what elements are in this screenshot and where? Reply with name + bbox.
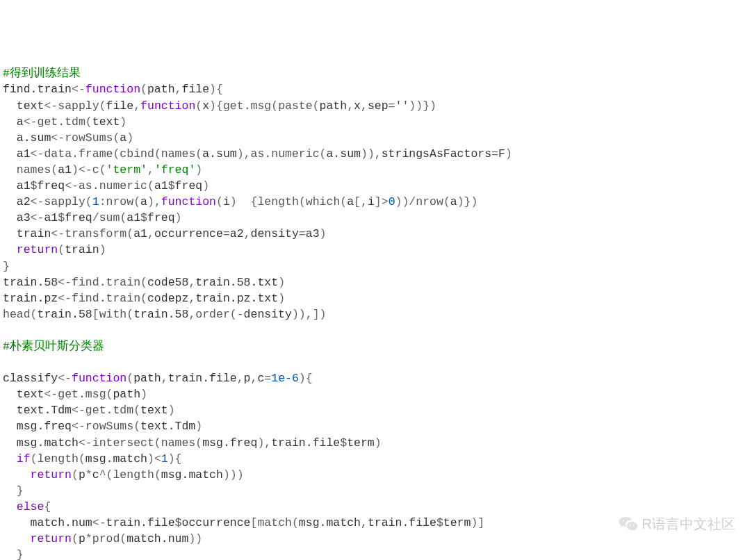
watermark: R语言中文社区 [619, 514, 735, 534]
keyword-return: return [17, 243, 58, 256]
keyword-else: else [17, 500, 44, 513]
comment: #朴素贝叶斯分类器 [3, 340, 104, 353]
identifier: find.train [3, 83, 72, 96]
keyword-return: return [31, 468, 72, 481]
keyword-function: function [72, 372, 126, 385]
keyword-if: if [17, 452, 31, 466]
keyword-function: function [85, 83, 140, 96]
keyword-return: return [31, 532, 72, 545]
watermark-text: R语言中文社区 [642, 514, 735, 534]
comment: #得到训练结果 [3, 67, 81, 80]
code-block: #得到训练结果 find.train<-function(path,file){… [3, 65, 749, 560]
wechat-icon [619, 515, 638, 533]
